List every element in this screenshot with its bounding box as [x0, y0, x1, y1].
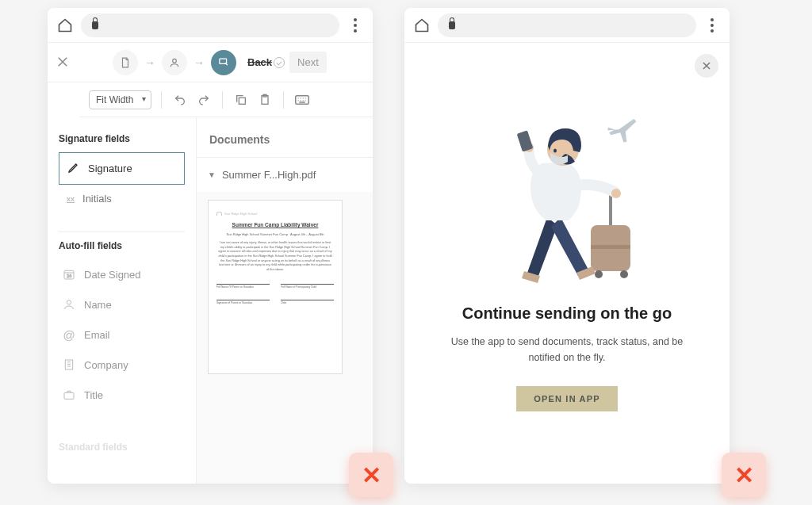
wizard-step-recipient-icon[interactable]	[162, 50, 187, 75]
kebab-menu-icon[interactable]	[704, 18, 720, 33]
field-date-signed[interactable]: 24 Date Signed	[59, 259, 185, 289]
field-name[interactable]: Name	[59, 289, 185, 319]
svg-point-19	[553, 149, 557, 153]
url-bar[interactable]	[81, 13, 339, 37]
home-icon[interactable]	[57, 17, 73, 33]
preview-body: I am not aware of any injury, illness, o…	[216, 241, 334, 273]
briefcase-icon	[62, 388, 76, 402]
promo-screen: Continue sending on the go Use the app t…	[404, 8, 730, 484]
svg-rect-9	[65, 360, 72, 369]
checkmark-icon	[274, 57, 285, 68]
promo-body: Continue sending on the go Use the app t…	[404, 43, 730, 484]
document-toolbar: Fit Width	[79, 82, 373, 117]
document-thumbnail[interactable]: Sun Ridge High School Summer Fun Camp Li…	[208, 200, 343, 374]
svg-rect-12	[591, 245, 630, 249]
fields-sidebar: Signature fields Signature xx Initials A…	[48, 117, 197, 484]
url-bar[interactable]	[438, 13, 696, 37]
documents-heading: Documents	[197, 117, 373, 158]
field-label: Email	[84, 329, 110, 341]
initials-icon: xx	[67, 195, 75, 203]
browser-chrome	[404, 8, 730, 43]
svg-rect-2	[239, 98, 246, 104]
field-label: Date Signed	[84, 269, 141, 281]
home-icon[interactable]	[414, 17, 430, 33]
back-button[interactable]: Back	[244, 52, 288, 73]
field-label: Signature	[88, 163, 132, 174]
lock-icon	[92, 21, 98, 29]
copy-icon[interactable]	[232, 91, 250, 109]
collapse-triangle-icon: ▼	[208, 170, 216, 179]
autofill-fields-heading: Auto-fill fields	[59, 240, 185, 251]
svg-point-13	[595, 270, 603, 278]
kebab-menu-icon[interactable]	[347, 18, 363, 33]
pen-icon	[67, 161, 80, 176]
open-in-app-button[interactable]: OPEN IN APP	[516, 386, 618, 411]
lock-icon	[449, 21, 455, 29]
wizard-bar: → → Back Next	[48, 43, 373, 82]
field-label: Name	[84, 299, 112, 311]
chevron-right-icon: →	[192, 56, 206, 69]
signature-editor-screen: → → Back Next Fit Width	[48, 8, 373, 484]
standard-fields-heading: Standard fields	[59, 442, 185, 453]
document-file-row[interactable]: ▼ Summer F...High.pdf	[197, 158, 373, 192]
person-icon	[62, 297, 76, 312]
preview-title: Summer Fun Camp Liability Waiver	[232, 222, 319, 228]
field-label: Initials	[82, 193, 112, 205]
undo-icon[interactable]	[171, 91, 189, 109]
traveler-illustration	[472, 106, 662, 289]
negative-annotation-icon: ✕	[349, 453, 393, 497]
redo-icon[interactable]	[195, 91, 213, 109]
company-icon	[62, 358, 76, 372]
field-initials[interactable]: xx Initials	[59, 185, 185, 212]
svg-point-14	[620, 270, 628, 278]
clipboard-icon[interactable]	[256, 91, 274, 109]
close-button[interactable]	[695, 54, 718, 78]
wizard-step-fields-icon[interactable]	[211, 50, 236, 75]
keyboard-icon[interactable]	[293, 91, 311, 109]
svg-text:24: 24	[67, 274, 71, 278]
negative-annotation-icon: ✕	[722, 453, 766, 497]
close-icon[interactable]	[56, 55, 71, 71]
back-label: Back	[247, 56, 272, 68]
promo-subtitle: Use the app to send documents, track sta…	[448, 334, 686, 365]
field-signature[interactable]: Signature	[59, 152, 185, 185]
field-label: Company	[84, 359, 128, 371]
field-label: Title	[84, 389, 103, 401]
preview-subtitle: Sun Ridge High School Summer Fun Camp · …	[227, 232, 324, 236]
zoom-fit-select[interactable]: Fit Width	[89, 90, 151, 109]
document-filename: Summer F...High.pdf	[222, 169, 316, 181]
chevron-right-icon: →	[143, 56, 157, 69]
wizard-step-document-icon[interactable]	[113, 50, 138, 75]
sig-caption-1: Full Name Of Parent or Guardian	[216, 284, 270, 289]
svg-point-8	[67, 300, 71, 304]
field-company[interactable]: Company	[59, 350, 185, 380]
browser-chrome	[48, 8, 373, 43]
airplane-icon	[603, 112, 641, 151]
svg-point-15	[611, 189, 621, 198]
sig-caption-4: Date	[281, 300, 334, 304]
svg-rect-17	[517, 130, 534, 151]
sig-caption-3: Signature of Parent or Guardian	[216, 300, 270, 304]
calendar-icon: 24	[62, 267, 76, 281]
svg-point-0	[173, 59, 177, 63]
document-pane: Documents ▼ Summer F...High.pdf Sun Ridg…	[197, 117, 373, 484]
next-button[interactable]: Next	[289, 52, 327, 73]
field-email[interactable]: @ Email	[59, 319, 185, 350]
promo-title: Continue sending on the go	[462, 304, 672, 323]
at-icon: @	[62, 327, 76, 342]
svg-rect-10	[64, 392, 74, 399]
sig-caption-2: Full Name of Participating Child	[281, 284, 334, 289]
field-title[interactable]: Title	[59, 380, 185, 410]
signature-fields-heading: Signature fields	[59, 133, 185, 144]
